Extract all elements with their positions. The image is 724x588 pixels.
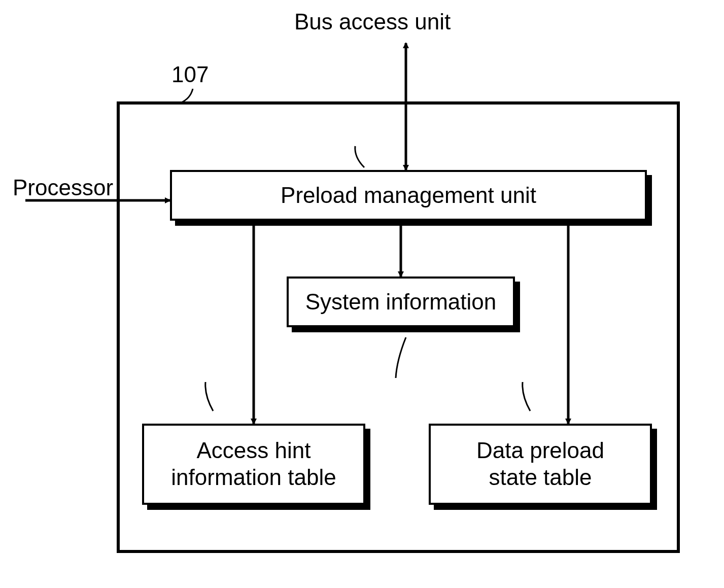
access-hint-box: Access hint information table (142, 424, 365, 505)
system-info-box: System information (287, 276, 515, 327)
data-preload-box: Data preload state table (429, 424, 652, 505)
access-hint-label-2: information table (171, 464, 336, 491)
data-preload-label-2: state table (489, 464, 592, 491)
preload-mgmt-box: Preload management unit (170, 170, 647, 221)
access-hint-label-1: Access hint (197, 437, 311, 464)
system-info-label: System information (305, 289, 497, 315)
preload-mgmt-label: Preload management unit (281, 183, 536, 208)
diagram-canvas: Bus access unit Processor 107 201 202 20… (0, 0, 724, 588)
processor-label: Processor (13, 175, 113, 200)
data-preload-label-1: Data preload (476, 437, 604, 464)
ref-107: 107 (171, 62, 209, 87)
bus-access-unit-label: Bus access unit (294, 9, 451, 34)
